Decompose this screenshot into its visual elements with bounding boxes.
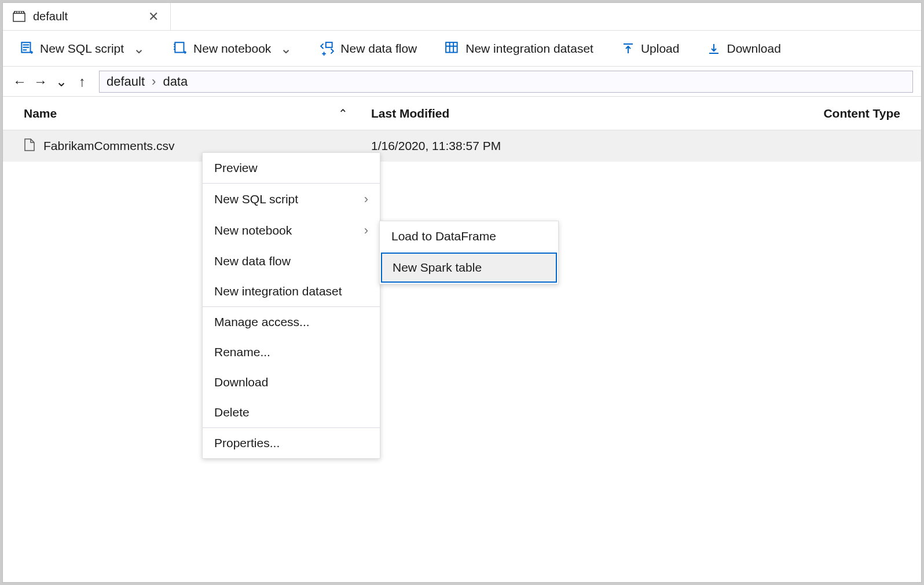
chevron-down-icon: ⌄ [133,42,145,56]
ctx-delete-label: Delete [214,405,250,419]
breadcrumb-seg-1[interactable]: data [163,74,188,89]
tab-bar: default ✕ [3,3,921,31]
database-icon [12,11,26,23]
ctx-manage-access[interactable]: Manage access... [203,307,380,337]
context-menu: Preview New SQL script › New notebook › … [202,152,380,459]
breadcrumb-separator-icon: › [152,74,156,89]
tab-title: default [33,10,68,23]
ctx-rename-label: Rename... [214,345,270,359]
ctx-new-dataflow-label: New data flow [214,254,291,268]
ctx-preview-label: Preview [214,161,258,175]
file-last-modified: 1/16/2020, 11:38:57 PM [371,139,707,153]
app-frame: default ✕ New SQL script ⌄ New notebook … [2,2,922,583]
ctx-new-notebook-label: New notebook [214,224,292,237]
table-row[interactable]: FabrikamComments.csv 1/16/2020, 11:38:57… [3,130,921,162]
chevron-right-icon: › [364,192,368,207]
ctx-rename[interactable]: Rename... [203,337,380,367]
upload-label: Upload [641,42,680,56]
chevron-right-icon: › [364,223,368,238]
ctx-properties[interactable]: Properties... [203,428,380,458]
breadcrumb-seg-0[interactable]: default [107,74,145,89]
ctx-properties-label: Properties... [214,436,280,450]
new-integration-dataset-label: New integration dataset [465,42,593,56]
column-headers: Name ⌃ Last Modified Content Type [3,97,921,130]
ctx-manage-access-label: Manage access... [214,315,310,329]
new-integration-dataset-button[interactable]: New integration dataset [445,41,593,56]
nav-bar: ← → ⌄ ↑ default › data [3,67,921,97]
svg-rect-1 [446,42,457,52]
sub-load-to-dataframe[interactable]: Load to DataFrame [380,221,558,251]
ctx-download[interactable]: Download [203,367,380,397]
ctx-new-sql-label: New SQL script [214,192,298,206]
sub-spark-label: New Spark table [393,261,482,274]
ctx-delete[interactable]: Delete [203,397,380,427]
column-name-label: Name [24,107,57,120]
ctx-download-label: Download [214,375,268,389]
new-notebook-label: New notebook [193,42,271,56]
file-name: FabrikamComments.csv [43,139,174,153]
new-sql-script-label: New SQL script [40,42,124,56]
sub-new-spark-table[interactable]: New Spark table [381,253,557,283]
ctx-new-integration-dataset[interactable]: New integration dataset [203,276,380,306]
ctx-new-data-flow[interactable]: New data flow [203,246,380,276]
nav-back-icon[interactable]: ← [11,74,28,90]
nav-recent-icon[interactable]: ⌄ [53,74,70,90]
tab-default[interactable]: default ✕ [3,3,171,30]
new-sql-script-button[interactable]: New SQL script ⌄ [19,41,145,56]
upload-button[interactable]: Upload [621,42,680,56]
new-data-flow-label: New data flow [340,42,417,56]
ctx-preview[interactable]: Preview [203,153,380,183]
toolbar: New SQL script ⌄ New notebook ⌄ New data… [3,31,921,67]
column-header-content-type[interactable]: Content Type [707,107,900,120]
sub-load-label: Load to DataFrame [391,229,496,243]
chevron-down-icon: ⌄ [280,42,292,56]
column-header-last-modified[interactable]: Last Modified [371,107,707,120]
breadcrumb[interactable]: default › data [99,71,913,93]
new-notebook-button[interactable]: New notebook ⌄ [173,41,292,56]
new-data-flow-button[interactable]: New data flow [320,41,417,56]
ctx-new-notebook[interactable]: New notebook › [203,215,380,246]
ctx-new-integration-label: New integration dataset [214,284,342,298]
column-header-name[interactable]: Name ⌃ [24,107,371,120]
context-submenu: Load to DataFrame New Spark table [379,221,559,284]
nav-up-icon[interactable]: ↑ [74,74,91,90]
close-icon[interactable]: ✕ [146,9,161,24]
nav-forward-icon[interactable]: → [32,74,49,90]
sort-ascending-icon: ⌃ [338,107,348,120]
download-button[interactable]: Download [707,42,780,56]
file-icon [24,138,35,155]
ctx-new-sql-script[interactable]: New SQL script › [203,184,380,215]
svg-rect-0 [326,42,332,47]
download-label: Download [727,42,780,56]
